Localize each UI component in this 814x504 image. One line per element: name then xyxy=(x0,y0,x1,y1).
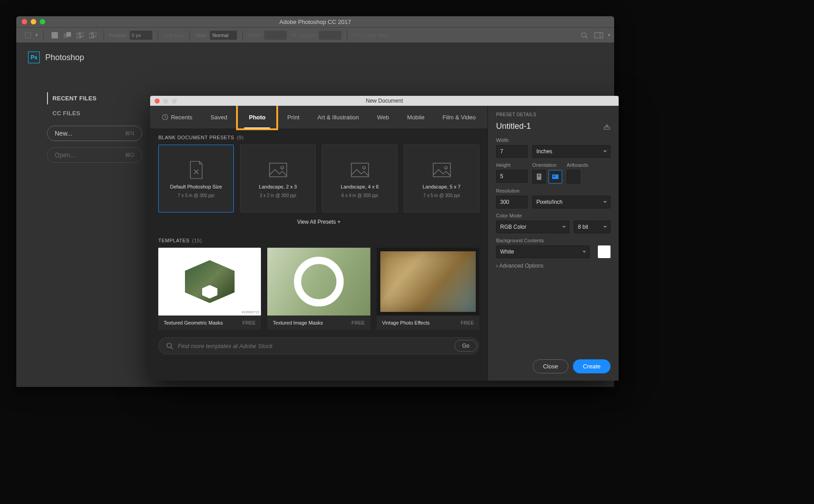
subtract-selection-icon[interactable] xyxy=(75,30,85,41)
clock-icon xyxy=(162,114,168,120)
svg-rect-3 xyxy=(66,32,71,37)
background-contents-label: Background Contents xyxy=(496,238,610,243)
sidebar-cc-files[interactable]: CC FILES xyxy=(47,107,142,119)
presets-heading: BLANK DOCUMENT PRESETS xyxy=(158,135,234,140)
intersect-selection-icon[interactable] xyxy=(87,30,98,41)
photoshop-logo-icon: Ps xyxy=(28,52,40,63)
tab-photo[interactable]: Photo xyxy=(238,106,276,128)
marquee-tool-icon[interactable] xyxy=(23,30,33,41)
svg-point-8 xyxy=(582,33,586,37)
svg-rect-27 xyxy=(553,175,555,177)
options-toolbar: ▾ Feather: Anti-alias Style: Normal Widt… xyxy=(16,27,614,42)
close-button[interactable]: Close xyxy=(533,359,568,373)
category-tabs: Recents Saved Photo Print Art & Illustra… xyxy=(150,106,487,128)
presets-count: (9) xyxy=(237,135,244,140)
color-mode-label: Color Mode xyxy=(496,213,610,218)
antialias-label: Anti-alias xyxy=(164,33,184,38)
width-unit-select[interactable]: Inches xyxy=(532,145,610,158)
bit-depth-select[interactable]: 8 bit xyxy=(574,221,610,233)
svg-point-21 xyxy=(167,343,171,348)
tab-recents[interactable]: Recents xyxy=(153,106,202,128)
template-vintage-photo-effects[interactable]: Vintage Photo EffectsFREE xyxy=(377,248,479,330)
artboards-label: Artboards xyxy=(567,162,610,168)
templates-heading: TEMPLATES xyxy=(158,238,189,243)
tab-saved[interactable]: Saved xyxy=(202,106,237,128)
preset-landscape-4x6[interactable]: Landscape, 4 x 6 6 x 4 in @ 300 ppi xyxy=(322,145,398,212)
image-icon xyxy=(431,160,453,180)
height-input[interactable] xyxy=(496,170,528,183)
select-mask-button: Select and Mask... xyxy=(353,33,394,38)
svg-line-22 xyxy=(171,347,173,349)
stock-go-button[interactable]: Go xyxy=(454,340,477,352)
style-label: Style: xyxy=(195,33,208,38)
stock-search-bar: Go xyxy=(158,337,479,354)
svg-rect-1 xyxy=(52,32,58,38)
svg-line-9 xyxy=(586,37,587,38)
svg-rect-19 xyxy=(433,163,450,177)
app-name-label: Photoshop xyxy=(45,53,84,62)
dim-width-input xyxy=(264,31,287,40)
preset-details-heading: PRESET DETAILS xyxy=(496,112,610,117)
search-icon[interactable] xyxy=(579,30,590,41)
titlebar: Adobe Photoshop CC 2017 xyxy=(16,16,614,27)
sidebar-recent-files[interactable]: RECENT FILES xyxy=(47,92,142,104)
svg-rect-5 xyxy=(79,32,84,37)
tab-mobile[interactable]: Mobile xyxy=(398,106,433,128)
style-select[interactable]: Normal xyxy=(210,31,237,40)
color-mode-select[interactable]: RGB Color xyxy=(496,221,569,233)
dim-height-input xyxy=(319,31,341,40)
width-input[interactable] xyxy=(496,145,528,158)
new-selection-icon[interactable] xyxy=(49,30,60,41)
open-button[interactable]: Open...⌘O xyxy=(47,147,142,163)
new-document-dialog: New Document Recents Saved Photo Print A… xyxy=(150,96,619,381)
advanced-options-toggle[interactable]: Advanced Options xyxy=(496,263,610,269)
resolution-input[interactable] xyxy=(496,196,528,208)
resolution-label: Resolution xyxy=(496,188,610,193)
document-name-input[interactable] xyxy=(496,122,577,131)
view-all-presets-button[interactable]: View All Presets + xyxy=(150,212,487,231)
dim-width-label: Width: xyxy=(248,33,262,38)
template-textured-geometric-masks[interactable]: #120922715 Textured Geometric MasksFREE xyxy=(158,248,261,330)
background-contents-select[interactable]: White xyxy=(496,245,590,258)
window-title: Adobe Photoshop CC 2017 xyxy=(16,19,614,25)
tab-web[interactable]: Web xyxy=(368,106,398,128)
svg-rect-7 xyxy=(92,32,96,37)
image-icon xyxy=(267,160,289,180)
new-button[interactable]: New...⌘N xyxy=(47,126,142,141)
preset-default-photoshop-size[interactable]: Default Photoshop Size 7 x 5 in @ 300 pp… xyxy=(158,145,234,212)
feather-input[interactable] xyxy=(130,31,152,40)
background-color-swatch[interactable] xyxy=(598,245,610,258)
svg-rect-23 xyxy=(604,127,610,129)
dim-height-label: Height: xyxy=(301,33,317,38)
preset-landscape-2x3[interactable]: Landscape, 2 x 3 3 x 2 in @ 300 ppi xyxy=(240,145,316,212)
template-textured-image-masks[interactable]: Textured Image MasksFREE xyxy=(267,248,370,330)
tab-film-video[interactable]: Film & Video xyxy=(434,106,485,128)
workspace-switcher-icon[interactable] xyxy=(593,30,604,41)
orientation-portrait-button[interactable] xyxy=(532,170,546,184)
image-icon xyxy=(349,160,371,180)
orientation-label: Orientation xyxy=(532,162,562,168)
swap-dimensions-icon: ⇄ xyxy=(289,30,299,41)
svg-point-16 xyxy=(281,166,284,169)
height-label: Height xyxy=(496,162,528,168)
tab-print[interactable]: Print xyxy=(278,106,308,128)
create-button[interactable]: Create xyxy=(573,359,610,373)
tab-art-illustration[interactable]: Art & Illustration xyxy=(308,106,368,128)
svg-rect-17 xyxy=(351,163,369,177)
width-label: Width xyxy=(496,137,610,143)
artboards-checkbox[interactable] xyxy=(567,170,580,184)
document-icon xyxy=(185,160,208,180)
svg-rect-15 xyxy=(270,163,287,177)
feather-label: Feather: xyxy=(109,33,128,38)
templates-count: (15) xyxy=(192,238,202,243)
stock-search-input[interactable] xyxy=(178,343,450,349)
svg-point-18 xyxy=(363,166,365,169)
add-selection-icon[interactable] xyxy=(62,30,73,41)
start-sidebar: RECENT FILES CC FILES New...⌘N Open...⌘O xyxy=(47,92,142,163)
dialog-title: New Document xyxy=(150,98,619,104)
preset-landscape-5x7[interactable]: Landscape, 5 x 7 7 x 5 in @ 300 ppi xyxy=(404,145,479,212)
svg-rect-6 xyxy=(89,33,94,38)
save-preset-icon[interactable] xyxy=(603,123,610,130)
orientation-landscape-button[interactable] xyxy=(549,170,562,184)
resolution-unit-select[interactable]: Pixels/Inch xyxy=(532,196,610,208)
